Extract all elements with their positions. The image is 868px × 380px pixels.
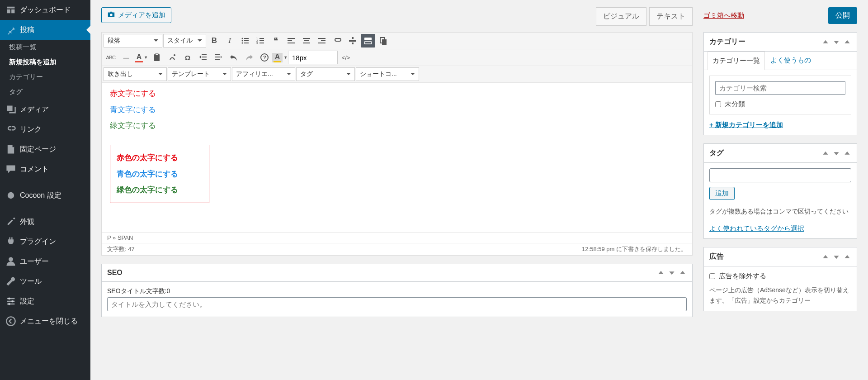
link-button[interactable] [330, 34, 344, 48]
editor-content-area[interactable]: 赤文字にする 青文字にする 緑文字にする 赤色の太字にする 青色の太字にする 緑… [102, 83, 692, 232]
move-down-icon[interactable] [668, 269, 676, 277]
affiliate-select[interactable]: アフィリエ... [232, 67, 295, 81]
bold-button[interactable]: B [207, 34, 222, 48]
svg-rect-24 [303, 43, 310, 43]
cat-tab-all[interactable]: カテゴリー一覧 [708, 52, 765, 70]
svg-rect-28 [349, 40, 356, 42]
move-up-icon[interactable] [821, 38, 830, 46]
tag-select[interactable]: タグ [296, 67, 355, 81]
toolbar-toggle-button[interactable] [361, 34, 375, 48]
move-down-icon[interactable] [832, 149, 840, 157]
bold-line-blue: 青色の太字にする [117, 166, 203, 182]
add-new-category-link[interactable]: + 新規カテゴリーを追加 [709, 121, 783, 128]
svg-rect-21 [288, 43, 295, 43]
sidebar-sub-posts-new[interactable]: 新規投稿を追加 [0, 55, 90, 70]
sidebar-sub-posts-list[interactable]: 投稿一覧 [0, 40, 90, 55]
sidebar-sub-tags[interactable]: タグ [0, 85, 90, 100]
paste-text-button[interactable] [150, 51, 164, 64]
blockquote-button[interactable]: ❝ [269, 34, 283, 48]
pin-icon [5, 24, 16, 35]
redo-button[interactable] [242, 51, 256, 64]
element-path: P » SPAN [102, 232, 692, 243]
source-code-button[interactable]: </> [339, 51, 353, 64]
highlight-button[interactable]: A▼ [273, 51, 287, 64]
toggle-panel-icon[interactable] [843, 149, 851, 157]
publish-button[interactable]: 公開 [828, 7, 857, 24]
insert-tag-button[interactable] [345, 34, 360, 48]
strikethrough-button[interactable]: ABC [104, 51, 118, 64]
clear-format-button[interactable] [165, 51, 179, 64]
svg-rect-12 [244, 43, 249, 43]
tab-text[interactable]: テキスト [649, 7, 693, 26]
bullet-list-button[interactable] [238, 34, 252, 48]
sidebar-item-plugins[interactable]: プラグイン [0, 232, 90, 252]
sidebar-item-tools[interactable]: ツール [0, 271, 90, 291]
cat-tab-frequent[interactable]: よく使うもの [766, 52, 816, 70]
format-select[interactable]: 段落 [104, 34, 162, 48]
exclude-ads-checkbox[interactable] [709, 273, 715, 279]
text-color-button[interactable]: A▼ [134, 51, 149, 64]
font-size-input[interactable] [288, 51, 338, 64]
move-up-icon[interactable] [821, 253, 830, 261]
move-down-icon[interactable] [832, 253, 840, 261]
sidebar-item-comments[interactable]: コメント [0, 159, 90, 179]
toggle-panel-icon[interactable] [679, 269, 687, 277]
help-button[interactable]: ? [257, 51, 272, 64]
exclude-ads-row[interactable]: 広告を除外する [709, 272, 851, 280]
admin-sidebar: ダッシュボード 投稿 投稿一覧 新規投稿を追加 カテゴリー タグ メディア リン… [0, 0, 90, 380]
sidebar-item-pages[interactable]: 固定ページ [0, 139, 90, 159]
balloon-select[interactable]: 吹き出し [104, 67, 167, 81]
tab-visual[interactable]: ビジュアル [596, 7, 646, 26]
svg-rect-43 [215, 59, 220, 60]
svg-rect-22 [303, 38, 310, 39]
svg-rect-41 [215, 54, 220, 55]
italic-button[interactable]: I [222, 34, 237, 48]
uncategorized-checkbox[interactable] [715, 101, 721, 107]
align-center-button[interactable] [299, 34, 314, 48]
sidebar-item-dashboard[interactable]: ダッシュボード [0, 0, 90, 20]
toggle-panel-icon[interactable] [843, 253, 851, 261]
indent-button[interactable] [211, 51, 226, 64]
comment-icon [5, 164, 16, 175]
style-select[interactable]: スタイル [163, 34, 206, 48]
ad-metabox: 広告 広告を除外する ページ上の広告（AdSenseなど）表示を切り替えます。「… [703, 247, 857, 311]
hr-button[interactable]: — [119, 51, 133, 64]
copy-button[interactable] [376, 34, 391, 48]
special-char-button[interactable]: Ω [180, 51, 195, 64]
sidebar-item-media[interactable]: メディア [0, 100, 90, 119]
popular-tags-link[interactable]: よく使われているタグから選択 [709, 224, 804, 232]
align-left-button[interactable] [284, 34, 298, 48]
move-down-icon[interactable] [832, 38, 840, 46]
template-select[interactable]: テンプレート [168, 67, 231, 81]
category-uncategorized[interactable]: 未分類 [715, 100, 845, 109]
svg-point-2 [8, 298, 10, 300]
svg-rect-38 [202, 54, 207, 55]
tag-add-button[interactable]: 追加 [709, 187, 735, 200]
sidebar-item-links[interactable]: リンク [0, 119, 90, 139]
sidebar-collapse[interactable]: メニューを閉じる [0, 311, 90, 331]
tag-input[interactable] [709, 168, 851, 182]
move-up-icon[interactable] [657, 269, 665, 277]
brush-icon [5, 216, 16, 227]
sidebar-item-cocoon[interactable]: Cocoon 設定 [0, 185, 90, 205]
seo-title-input[interactable] [107, 297, 687, 311]
sidebar-item-posts[interactable]: 投稿 [0, 20, 90, 40]
add-media-button[interactable]: メディアを追加 [101, 7, 171, 23]
numbered-list-button[interactable]: 123 [253, 34, 268, 48]
dashboard-icon [5, 5, 16, 15]
move-to-trash-link[interactable]: ゴミ箱へ移動 [703, 11, 744, 20]
sidebar-sub-categories[interactable]: カテゴリー [0, 70, 90, 85]
svg-point-4 [8, 303, 10, 305]
align-right-button[interactable] [315, 34, 329, 48]
toggle-panel-icon[interactable] [843, 38, 851, 46]
shortcode-select[interactable]: ショートコ... [356, 67, 419, 81]
undo-button[interactable] [226, 51, 241, 64]
sidebar-item-settings[interactable]: 設定 [0, 291, 90, 311]
page-icon [5, 144, 16, 155]
sidebar-item-users[interactable]: ユーザー [0, 252, 90, 271]
content-line-blue: 青文字にする [110, 102, 684, 118]
outdent-button[interactable] [196, 51, 210, 64]
move-up-icon[interactable] [821, 149, 830, 157]
category-search-input[interactable] [715, 81, 845, 95]
sidebar-item-appearance[interactable]: 外観 [0, 212, 90, 232]
